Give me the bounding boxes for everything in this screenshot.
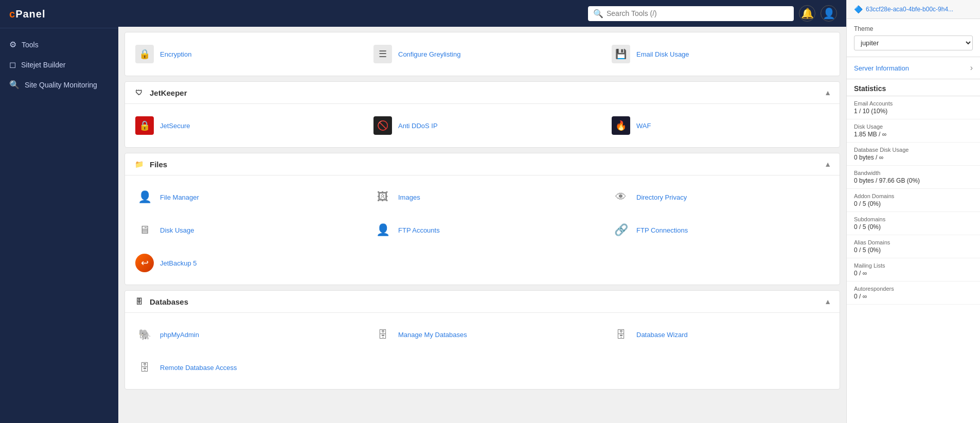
jetsecure-label: JetSecure [160, 122, 190, 130]
stat-label-subdomains: Subdomains [854, 216, 973, 222]
tool-item-directory-privacy[interactable]: 👁 Directory Privacy [601, 181, 840, 214]
stat-autoresponders: Autoresponders 0 / ∞ [847, 281, 980, 305]
databases-chevron-icon: ▲ [824, 297, 831, 306]
right-panel-hash-row: 🔷 63ccf28e-aca0-4bfe-b00c-9h4... [847, 0, 980, 19]
stat-label-db-disk-usage: Database Disk Usage [854, 147, 973, 153]
waf-icon: 🔥 [611, 115, 631, 136]
stat-value-db-disk-usage: 0 bytes / ∞ [854, 154, 973, 161]
databases-section-icon: 🗄 [133, 296, 145, 307]
stat-alias-domains: Alias Domains 0 / 5 (0%) [847, 235, 980, 258]
phpmyadmin-icon: 🐘 [134, 324, 155, 345]
tool-item-disk-usage[interactable]: 🖥 Disk Usage [125, 214, 363, 246]
anti-ddos-label: Anti DDoS IP [398, 122, 438, 130]
database-wizard-icon: 🗄 [611, 324, 631, 345]
files-section-icon: 📁 [133, 158, 145, 170]
encryption-icon: 🔒 [134, 44, 155, 64]
tool-item-manage-my-databases[interactable]: 🗄 Manage My Databases [363, 318, 601, 351]
notifications-icon[interactable]: 🔔 [799, 5, 815, 22]
tool-item-remote-database-access[interactable]: 🗄 Remote Database Access [125, 351, 363, 384]
user-icon[interactable]: 👤 [821, 5, 837, 22]
statistics-header: Statistics [847, 79, 980, 96]
stat-disk-usage: Disk Usage 1.85 MB / ∞ [847, 119, 980, 143]
stat-bandwidth: Bandwidth 0 bytes / 97.66 GB (0%) [847, 166, 980, 189]
section-header-jetkeeper[interactable]: 🛡 JetKeeper ▲ [125, 82, 840, 104]
stat-label-disk-usage: Disk Usage [854, 124, 973, 130]
partial-section: 🔒 Encryption ☰ Configure Greylisting 💾 [124, 32, 840, 76]
stat-email-accounts: Email Accounts 1 / 10 (10%) [847, 96, 980, 119]
section-header-databases[interactable]: 🗄 Databases ▲ [125, 291, 840, 313]
site-quality-icon: 🔍 [9, 80, 20, 90]
sidebar-item-sitejet-builder[interactable]: ◻ Sitejet Builder [0, 55, 118, 75]
stat-value-addon-domains: 0 / 5 (0%) [854, 200, 973, 207]
cpanel-logo: cPanel [9, 7, 45, 20]
database-wizard-label: Database Wizard [636, 331, 688, 339]
stat-value-autoresponders: 0 / ∞ [854, 293, 973, 300]
anti-ddos-icon: 🚫 [372, 115, 393, 136]
server-info-label: Server Information [854, 64, 909, 72]
sitejet-icon: ◻ [9, 60, 16, 69]
theme-label: Theme [854, 25, 973, 32]
remote-database-access-icon: 🗄 [134, 357, 155, 378]
search-input[interactable] [607, 9, 789, 17]
ftp-accounts-label: FTP Accounts [398, 226, 440, 234]
section-body-databases: 🐘 phpMyAdmin 🗄 Manage My Databases 🗄 [125, 313, 840, 389]
tool-item-phpmyadmin[interactable]: 🐘 phpMyAdmin [125, 318, 363, 351]
sidebar-item-tools[interactable]: ⚙ Tools [0, 34, 118, 55]
tool-item-database-wizard[interactable]: 🗄 Database Wizard [601, 318, 840, 351]
directory-privacy-icon: 👁 [611, 187, 631, 207]
tool-item-file-manager[interactable]: 👤 File Manager [125, 181, 363, 214]
hash-value: 63ccf28e-aca0-4bfe-b00c-9h4... [866, 6, 953, 13]
tool-item-ftp-accounts[interactable]: 👤 FTP Accounts [363, 214, 601, 246]
waf-label: WAF [636, 122, 651, 130]
disk-usage-label: Disk Usage [160, 226, 194, 234]
sidebar: cPanel ⚙ Tools ◻ Sitejet Builder 🔍 Site … [0, 0, 118, 423]
stat-value-alias-domains: 0 / 5 (0%) [854, 246, 973, 254]
topbar: 🔍 🔔 👤 [118, 0, 846, 27]
stat-value-mailing-lists: 0 / ∞ [854, 270, 973, 277]
main-area: 🔍 🔔 👤 🔒 Encryption [118, 0, 980, 423]
section-header-left-jetkeeper: 🛡 JetKeeper [133, 87, 187, 98]
jetbackup5-icon: ↩ [134, 253, 155, 273]
server-info-row[interactable]: Server Information › [847, 57, 980, 79]
stat-subdomains: Subdomains 0 / 5 (0%) [847, 212, 980, 235]
phpmyadmin-label: phpMyAdmin [160, 331, 199, 339]
stat-label-autoresponders: Autoresponders [854, 286, 973, 292]
section-header-left-databases: 🗄 Databases [133, 296, 188, 307]
tool-item-jetbackup5[interactable]: ↩ JetBackup 5 [125, 246, 363, 279]
files-chevron-icon: ▲ [824, 160, 831, 168]
ftp-connections-icon: 🔗 [611, 220, 631, 240]
ftp-connections-label: FTP Connections [636, 226, 688, 234]
tool-item-waf[interactable]: 🔥 WAF [601, 109, 840, 142]
tool-item-configure-greylisting[interactable]: ☰ Configure Greylisting [363, 38, 601, 70]
disk-usage-icon: 🖥 [134, 220, 155, 240]
stat-value-subdomains: 0 / 5 (0%) [854, 223, 973, 231]
sidebar-item-site-quality-monitoring[interactable]: 🔍 Site Quality Monitoring [0, 75, 118, 95]
section-label-databases: Databases [150, 297, 188, 306]
tool-item-encryption[interactable]: 🔒 Encryption [125, 38, 363, 70]
tool-item-jetsecure[interactable]: 🔒 JetSecure [125, 109, 363, 142]
manage-my-databases-icon: 🗄 [372, 324, 393, 345]
stat-value-disk-usage: 1.85 MB / ∞ [854, 131, 973, 138]
tool-item-email-disk-usage[interactable]: 💾 Email Disk Usage [601, 38, 840, 70]
stat-label-email-accounts: Email Accounts [854, 100, 973, 107]
section-body-jetkeeper: 🔒 JetSecure 🚫 Anti DDoS IP 🔥 [125, 104, 840, 147]
remote-database-access-label: Remote Database Access [160, 364, 237, 372]
tool-item-ftp-connections[interactable]: 🔗 FTP Connections [601, 214, 840, 246]
tool-item-anti-ddos[interactable]: 🚫 Anti DDoS IP [363, 109, 601, 142]
ftp-accounts-icon: 👤 [372, 220, 393, 240]
search-icon: 🔍 [593, 9, 603, 19]
jetsecure-icon: 🔒 [134, 115, 155, 136]
content-scroll: 🔒 Encryption ☰ Configure Greylisting 💾 [118, 27, 846, 423]
theme-select[interactable]: jupiter paper_lantern [854, 36, 973, 50]
right-panel: 🔷 63ccf28e-aca0-4bfe-b00c-9h4... Theme j… [846, 0, 980, 423]
stat-label-addon-domains: Addon Domains [854, 193, 973, 199]
tool-item-images[interactable]: 🖼 Images [363, 181, 601, 214]
configure-greylisting-label: Configure Greylisting [398, 50, 460, 58]
stat-label-bandwidth: Bandwidth [854, 170, 973, 176]
images-icon: 🖼 [372, 187, 393, 207]
section-header-left-files: 📁 Files [133, 158, 167, 170]
hash-icon: 🔷 [854, 5, 863, 13]
configure-greylisting-icon: ☰ [372, 44, 393, 64]
stat-addon-domains: Addon Domains 0 / 5 (0%) [847, 189, 980, 212]
section-header-files[interactable]: 📁 Files ▲ [125, 153, 840, 175]
